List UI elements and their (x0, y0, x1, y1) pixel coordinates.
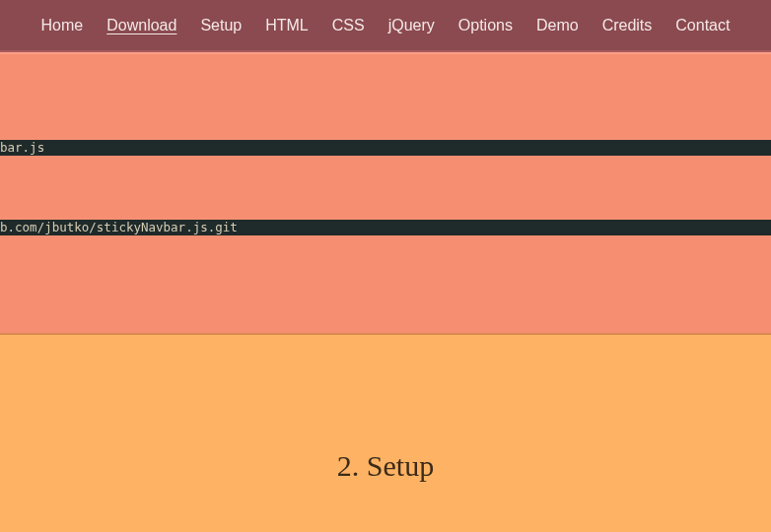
section-download: bar.js b.com/jbutko/stickyNavbar.js.git (0, 52, 771, 333)
nav-item-options[interactable]: Options (447, 0, 525, 51)
nav-item-demo[interactable]: Demo (525, 0, 591, 51)
nav-link-demo[interactable]: Demo (525, 0, 591, 51)
nav-link-html[interactable]: HTML (253, 0, 320, 51)
nav-item-html[interactable]: HTML (253, 0, 320, 51)
nav-link-download[interactable]: Download (95, 0, 188, 51)
nav-list: Home Download Setup HTML CSS jQuery Opti… (30, 0, 742, 51)
nav-item-setup[interactable]: Setup (188, 0, 253, 51)
nav-link-home[interactable]: Home (30, 0, 96, 51)
nav-link-jquery[interactable]: jQuery (377, 0, 447, 51)
setup-heading: 2. Setup (0, 449, 771, 483)
code-block-bower: bar.js (0, 140, 771, 156)
nav-link-setup[interactable]: Setup (188, 0, 253, 51)
nav-item-credits[interactable]: Credits (591, 0, 665, 51)
nav-item-jquery[interactable]: jQuery (377, 0, 447, 51)
code-block-git: b.com/jbutko/stickyNavbar.js.git (0, 220, 771, 235)
nav-item-download[interactable]: Download (95, 0, 188, 51)
nav-link-contact[interactable]: Contact (664, 0, 741, 51)
nav-item-contact[interactable]: Contact (664, 0, 741, 51)
nav-item-css[interactable]: CSS (320, 0, 377, 51)
nav-item-home[interactable]: Home (30, 0, 96, 51)
section-setup: 2. Setup (0, 333, 771, 532)
nav-link-options[interactable]: Options (447, 0, 525, 51)
nav-link-css[interactable]: CSS (320, 0, 377, 51)
navbar: Home Download Setup HTML CSS jQuery Opti… (0, 0, 771, 52)
nav-link-credits[interactable]: Credits (591, 0, 665, 51)
